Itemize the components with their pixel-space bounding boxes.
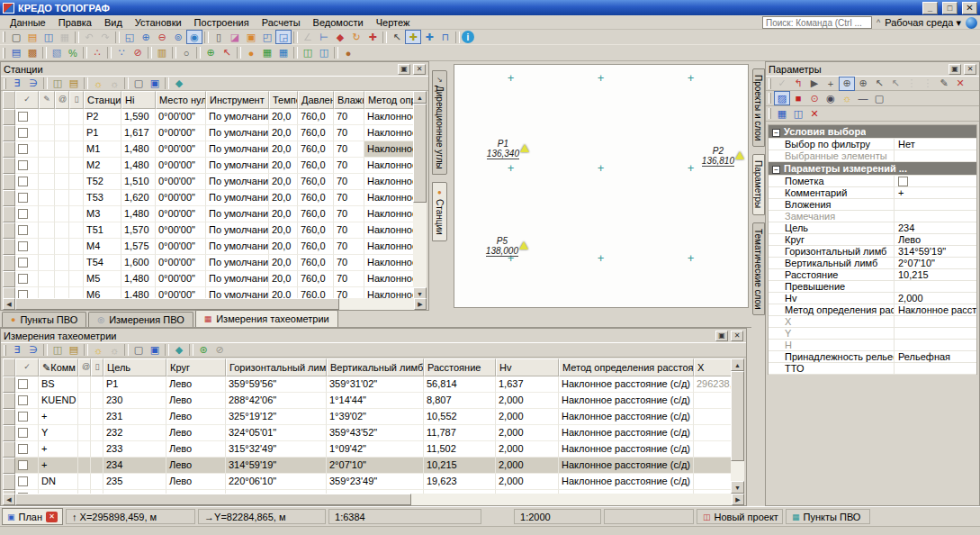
scroll-up-icon[interactable]: ▲	[413, 91, 427, 104]
check-column-icon[interactable]: ✓	[15, 358, 39, 376]
parameter-checkbox[interactable]	[898, 177, 908, 186]
parameter-row[interactable]: −Расстояние 10,215	[769, 269, 976, 281]
eye-icon[interactable]: ◉	[823, 91, 839, 105]
scroll-down-icon[interactable]: ▼	[731, 481, 744, 494]
maximize-button[interactable]: □	[942, 2, 958, 14]
parameter-value[interactable]	[895, 363, 976, 374]
column-header[interactable]: Место нуля	[156, 91, 206, 109]
add-point-info-icon[interactable]: ✚	[421, 30, 437, 44]
survey-point-P5[interactable]: P5138,000	[454, 236, 518, 257]
column-header[interactable]: Hv	[496, 358, 559, 376]
survey-point-P2[interactable]: P2136,810	[670, 146, 734, 167]
station-row[interactable]: M5 1,480 0°00'00" По умолчани... 20,0 76…	[3, 271, 415, 287]
table-settings-icon[interactable]: ▣	[147, 77, 163, 91]
delete-row-icon[interactable]: ∋	[25, 343, 41, 358]
add-icon[interactable]: +	[823, 77, 839, 91]
zoom-user-icon[interactable]: ⊚	[170, 30, 186, 44]
station-row[interactable]: Т52 1,510 0°00'00" По умолчани... 20,0 7…	[3, 174, 415, 190]
move-icon[interactable]: ⊕	[839, 77, 855, 91]
menu-item[interactable]: Вид	[98, 16, 129, 29]
import-data-icon[interactable]: ◫	[40, 30, 57, 44]
user-add-icon[interactable]: ●	[243, 46, 259, 60]
tacheometry-hscrollbar[interactable]: ◀ ▶	[3, 494, 744, 505]
parameter-row[interactable]: −X	[769, 316, 976, 328]
parameter-value[interactable]: 2°07'10"	[895, 258, 976, 268]
row-checkbox[interactable]	[18, 241, 28, 251]
rotate-icon[interactable]: ↻	[348, 30, 364, 44]
parameter-value[interactable]	[895, 199, 976, 210]
paste-rows-icon[interactable]: ▤	[66, 343, 82, 358]
measure-angle-icon[interactable]: ∠	[300, 30, 316, 44]
preview-doc-icon[interactable]: ▢	[130, 77, 147, 91]
preview-doc-icon[interactable]: ▢	[130, 343, 147, 358]
menu-item[interactable]: Построения	[188, 16, 256, 29]
parameter-row[interactable]: −Цель 234	[769, 222, 976, 234]
parameter-row[interactable]: −Метод определения расс... Наклонное рас…	[769, 304, 976, 316]
export-table-icon[interactable]: ◆	[171, 343, 187, 358]
toolbar-grip[interactable]	[769, 108, 771, 119]
measurement-row[interactable]: Y 232 Лево 324°05'01" 359°43'52" 11,787 …	[3, 425, 733, 441]
column-header[interactable]: Hi	[121, 91, 156, 109]
zoom-out-icon[interactable]: ⊖	[154, 30, 170, 44]
station-row[interactable]: M4 1,575 0°00'00" По умолчани... 20,0 76…	[3, 239, 415, 255]
undo-icon[interactable]: ↶	[81, 30, 97, 44]
insert-row-icon[interactable]: ∃	[9, 343, 25, 358]
menu-item[interactable]: Чертеж	[370, 16, 417, 29]
column-header[interactable]: Вертикальный лимб	[327, 358, 424, 376]
parameter-value[interactable]: +	[895, 187, 976, 198]
measurement-row[interactable]: + 233 Лево 315°32'49" 1°09'42" 11,502 2,…	[3, 441, 733, 458]
station-row[interactable]: M1 1,480 0°00'00" По умолчани... 20,0 76…	[3, 141, 415, 158]
toolbar-grip[interactable]	[4, 345, 6, 356]
column-header[interactable]: Темпе	[269, 91, 298, 109]
column-header[interactable]: Станция	[84, 91, 121, 109]
float-panel-icon[interactable]: ▣	[398, 64, 410, 75]
scroll-left-icon[interactable]: ◀	[3, 494, 15, 505]
dim2-icon[interactable]: ⋮	[920, 77, 936, 91]
parameter-value[interactable]: Нет	[895, 139, 976, 150]
image-icon[interactable]: ◫	[790, 106, 806, 121]
close-panel-icon[interactable]: ✕	[964, 64, 976, 75]
scheme-icon[interactable]: ▧	[49, 46, 65, 60]
traverse-build-icon[interactable]: ⊢	[316, 30, 332, 44]
measurement-row[interactable]: KUEND 230 Лево 288°42'06" 1°14'44" 8,807…	[3, 393, 733, 409]
apply-icon[interactable]: ✓	[774, 77, 790, 91]
parameter-row[interactable]: −Горизонтальный лимб 314°59'19"	[769, 246, 976, 258]
cursor-select-icon[interactable]: ↖	[389, 30, 405, 44]
insert-row-icon[interactable]: ∃	[9, 77, 25, 91]
traverse-calc-icon[interactable]: ◆	[332, 30, 348, 44]
parameter-row[interactable]: −Комментарий +	[769, 187, 976, 199]
row-checkbox[interactable]	[18, 476, 28, 486]
delete-icon[interactable]: ✕	[806, 106, 823, 121]
forbid-icon[interactable]: ⊘	[130, 46, 146, 60]
scrollbar-thumb[interactable]	[15, 298, 339, 310]
close-plan-icon[interactable]: ✕	[46, 512, 58, 522]
scroll-left-icon[interactable]: ◀	[3, 298, 15, 310]
column-header[interactable]: Круг	[166, 358, 226, 376]
parameter-row[interactable]: −Принадлежность рельефу Рельефная	[769, 351, 976, 363]
station-row[interactable]: P2 1,590 0°00'00" По умолчани... 20,0 76…	[3, 109, 415, 125]
save-icon[interactable]: ▦	[57, 30, 73, 44]
scrollbar-thumb[interactable]	[15, 494, 411, 505]
window-preview-icon[interactable]: ◰	[259, 30, 275, 44]
bulb-off-icon[interactable]: ☼	[106, 343, 122, 358]
cursor-add-icon[interactable]: ↖	[219, 46, 235, 60]
open-project-icon[interactable]: ▤	[24, 30, 40, 44]
measurement-row[interactable]: + 231 Лево 325°19'12" 1°39'02" 10,552 2,…	[3, 409, 733, 425]
parameter-row[interactable]: −Параметры измерений ...	[769, 162, 976, 176]
column-header[interactable]: Инструмент	[206, 91, 269, 109]
measurement-row[interactable]: + 234 Лево 314°59'19" 2°07'10" 10,215 2,…	[3, 458, 733, 474]
parameter-row[interactable]: −Выбор по фильтру Нет	[769, 139, 976, 150]
parameter-row[interactable]: −Замечания	[769, 211, 976, 222]
bulb-icon[interactable]: ☼	[839, 91, 855, 105]
survey-point-P1[interactable]: P1136,340	[454, 139, 519, 159]
row-checkbox[interactable]	[18, 225, 28, 235]
toolbar-grip[interactable]	[4, 78, 6, 89]
row-checkbox[interactable]	[18, 177, 28, 186]
eyedropper-icon[interactable]: ✎	[936, 77, 952, 91]
bulb-on-icon[interactable]: ☼	[90, 343, 106, 358]
window-profile-icon[interactable]: ◪	[227, 30, 243, 44]
row-checkbox[interactable]	[18, 128, 28, 138]
row-checkbox[interactable]	[18, 460, 28, 470]
row-checkbox[interactable]	[18, 274, 28, 284]
find-red-icon[interactable]: ⊙	[806, 91, 823, 105]
